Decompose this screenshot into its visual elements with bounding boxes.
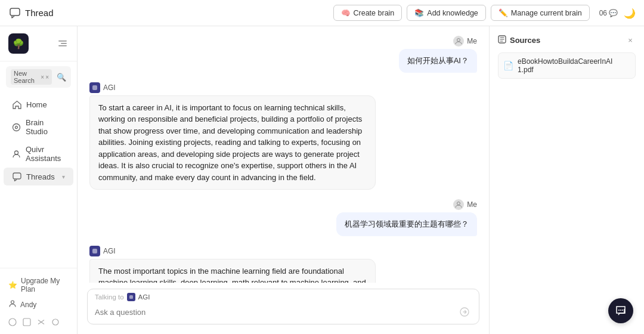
comment-icon: 💬 xyxy=(609,9,618,17)
svg-rect-3 xyxy=(58,45,67,47)
svg-rect-0 xyxy=(10,8,20,16)
threads-icon xyxy=(12,172,21,181)
star-icon: ⭐ xyxy=(8,281,17,289)
quivr-assistants-icon xyxy=(12,149,21,159)
svg-rect-1 xyxy=(58,41,67,42)
svg-rect-20 xyxy=(129,295,133,299)
svg-point-4 xyxy=(13,123,20,131)
svg-rect-10 xyxy=(23,318,30,326)
send-button[interactable] xyxy=(457,305,472,319)
svg-point-23 xyxy=(618,310,620,311)
sidebar-item-brain-studio[interactable]: Brain Studio xyxy=(4,114,73,140)
thread-icon xyxy=(10,8,20,18)
message-bubble-user1: 如何开始从事AI？ xyxy=(399,49,477,73)
svg-point-24 xyxy=(620,310,621,311)
chat-messages: Me 如何开始从事AI？ AGI To start a career in AI… xyxy=(78,26,489,283)
message-row-user2: Me 机器学习领域最重要的主题有哪些？ xyxy=(89,199,477,236)
sources-title: Sources xyxy=(498,35,540,45)
bot-icon2 xyxy=(89,246,100,256)
svg-point-14 xyxy=(457,202,460,205)
sources-header: Sources × xyxy=(498,35,636,45)
topbar-title: Thread xyxy=(25,8,54,18)
svg-point-8 xyxy=(11,301,14,304)
sidebar-item-home[interactable]: Home xyxy=(4,95,73,113)
user-avatar xyxy=(453,36,464,47)
topbar: Thread 🧠 Create brain 📚 Add knowledge ✏️… xyxy=(0,0,644,26)
github-icon[interactable] xyxy=(8,318,17,328)
topbar-actions: 🧠 Create brain 📚 Add knowledge ✏️ Manage… xyxy=(333,5,634,21)
logo-icon: 🌳 xyxy=(8,33,29,54)
message-row-user1: Me 如何开始从事AI？ xyxy=(89,36,477,73)
svg-point-9 xyxy=(9,318,16,326)
sidebar: 🌳 New Search × × 🔍 xyxy=(0,26,78,334)
question-input[interactable] xyxy=(95,308,457,317)
sidebar-item-quivr-assistants[interactable]: Quivr Assistants xyxy=(4,141,73,167)
linkedin-icon[interactable] xyxy=(23,318,31,328)
topbar-right-icons: 06 💬 🌙 xyxy=(599,8,634,18)
notification-badge[interactable]: 06 💬 xyxy=(599,9,618,17)
chat-area: Me 如何开始从事AI？ AGI To start a career in AI… xyxy=(78,26,489,334)
pencil-icon: ✏️ xyxy=(499,8,508,17)
search-icon[interactable]: 🔍 xyxy=(57,73,66,82)
input-field-row xyxy=(88,302,479,324)
source-file-item[interactable]: 📄 eBookHowtoBuildaCareerInAI 1.pdf xyxy=(498,52,636,79)
upgrade-plan-button[interactable]: ⭐ Upgrade My Plan xyxy=(8,274,69,296)
bot-label2: AGI xyxy=(89,246,116,256)
pdf-icon: 📄 xyxy=(503,61,513,70)
message-row-bot1: AGI To start a career in AI, it is impor… xyxy=(89,82,477,190)
bot-icon1 xyxy=(89,82,100,93)
sidebar-toggle[interactable] xyxy=(57,38,69,50)
dark-mode-icon[interactable]: 🌙 xyxy=(624,8,634,18)
search-tag-close[interactable]: × xyxy=(41,74,44,81)
svg-point-25 xyxy=(622,310,623,311)
chat-input-box: Talking to AGI xyxy=(87,289,479,324)
sidebar-item-threads[interactable]: Threads ▾ xyxy=(4,168,73,185)
message-sender-user1: Me xyxy=(453,36,477,47)
home-icon xyxy=(12,100,21,109)
svg-point-6 xyxy=(15,151,18,154)
svg-rect-2 xyxy=(61,43,67,44)
sidebar-bottom-icons xyxy=(8,318,69,328)
svg-rect-15 xyxy=(92,249,97,253)
bot-label1: AGI xyxy=(89,82,116,93)
svg-rect-13 xyxy=(92,85,97,90)
create-brain-button[interactable]: 🧠 Create brain xyxy=(333,5,402,21)
search-tag: New Search × × xyxy=(11,69,52,85)
message-bubble-user2: 机器学习领域最重要的主题有哪些？ xyxy=(336,212,477,236)
message-bubble-bot2: The most important topics in the machine… xyxy=(89,259,376,283)
chat-support-bubble[interactable] xyxy=(608,298,633,323)
user-icon xyxy=(8,299,17,310)
message-bubble-bot1: To start a career in AI, it is important… xyxy=(89,95,376,190)
sidebar-nav: Home Brain Studio Quivr xyxy=(0,92,77,268)
message-sender-user2: Me xyxy=(453,199,477,210)
svg-point-5 xyxy=(16,126,18,128)
topbar-left: Thread xyxy=(10,8,333,18)
sidebar-footer: ⭐ Upgrade My Plan Andy xyxy=(0,268,77,334)
main-layout: 🌳 New Search × × 🔍 xyxy=(0,26,644,334)
svg-point-12 xyxy=(457,39,460,42)
threads-chevron: ▾ xyxy=(62,174,65,180)
search-tag-close2[interactable]: × xyxy=(45,74,49,81)
twitter-icon[interactable] xyxy=(37,318,45,328)
add-knowledge-button[interactable]: 📚 Add knowledge xyxy=(407,5,485,21)
search-bar[interactable]: New Search × × 🔍 xyxy=(6,66,71,88)
input-bot-icon xyxy=(127,293,135,301)
manage-brain-button[interactable]: ✏️ Manage current brain xyxy=(491,5,590,21)
svg-point-11 xyxy=(52,319,58,325)
svg-rect-7 xyxy=(13,173,21,179)
sources-icon xyxy=(498,35,506,45)
chat-input-area: Talking to AGI xyxy=(78,283,489,334)
user-item[interactable]: Andy xyxy=(8,296,69,313)
discord-icon[interactable] xyxy=(51,318,60,328)
brain-studio-icon xyxy=(12,122,21,132)
sidebar-logo-area: 🌳 xyxy=(0,26,77,61)
sources-close-button[interactable]: × xyxy=(625,35,636,45)
message-row-bot2: AGI The most important topics in the mac… xyxy=(89,246,477,283)
sources-panel: Sources × 📄 eBookHowtoBuildaCareerInAI 1… xyxy=(489,26,644,334)
input-label-row: Talking to AGI xyxy=(88,289,479,302)
brain-icon: 🧠 xyxy=(341,8,351,17)
user-avatar2 xyxy=(453,199,464,210)
knowledge-icon: 📚 xyxy=(414,8,424,17)
